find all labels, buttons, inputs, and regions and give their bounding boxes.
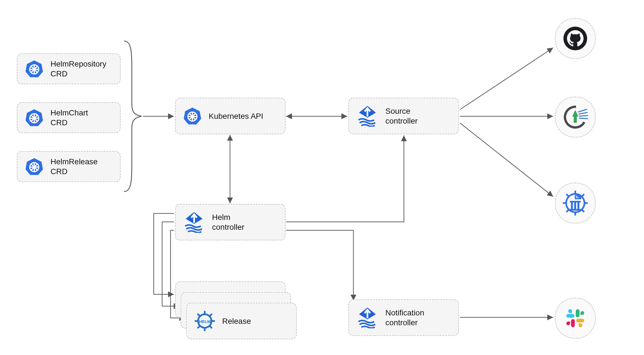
svg-line-36 xyxy=(210,326,211,328)
svg-point-41 xyxy=(564,27,587,51)
flux-icon xyxy=(183,211,205,233)
svg-rect-63 xyxy=(574,202,576,209)
edge-source-github xyxy=(460,48,553,110)
github-icon xyxy=(562,26,588,51)
svg-point-13 xyxy=(33,117,36,120)
crd-brace xyxy=(124,41,142,192)
kubernetes-icon xyxy=(25,60,43,78)
svg-rect-44 xyxy=(574,116,577,123)
kubernetes-icon xyxy=(183,107,201,125)
notification-controller-label: Notification controller xyxy=(385,308,424,327)
svg-rect-60 xyxy=(576,197,579,198)
crd-helm-release: HelmRelease CRD xyxy=(17,151,121,182)
external-harbor xyxy=(555,97,596,138)
svg-rect-64 xyxy=(578,202,579,209)
kubernetes-icon xyxy=(25,109,43,127)
crd-helm-repository-label: HelmRepository CRD xyxy=(50,59,106,79)
svg-point-20 xyxy=(33,166,36,169)
external-chartmuseum xyxy=(555,183,596,224)
svg-rect-59 xyxy=(576,196,578,197)
release-label: Release xyxy=(222,316,251,326)
external-github xyxy=(555,18,596,59)
edge-helm-to-notif xyxy=(286,230,353,301)
crd-helm-release-label: HelmRelease CRD xyxy=(50,157,98,176)
external-slack xyxy=(555,298,596,339)
edge-helm-to-source xyxy=(286,135,404,222)
slack-icon xyxy=(564,306,587,330)
svg-rect-58 xyxy=(575,195,581,199)
svg-line-35 xyxy=(198,314,200,316)
notification-controller-node: Notification controller xyxy=(348,299,459,336)
helm-controller-label: Helm controller xyxy=(212,212,244,232)
svg-rect-66 xyxy=(576,309,579,317)
svg-marker-43 xyxy=(572,110,578,117)
crd-helm-chart-label: HelmChart CRD xyxy=(50,108,88,128)
svg-rect-69 xyxy=(566,314,574,318)
svg-line-54 xyxy=(566,194,569,196)
svg-text:HELM: HELM xyxy=(199,319,211,324)
svg-line-56 xyxy=(582,194,584,196)
harbor-icon xyxy=(562,104,588,130)
svg-line-37 xyxy=(210,314,211,316)
kubernetes-icon xyxy=(25,158,43,176)
svg-point-27 xyxy=(191,115,194,118)
flux-icon xyxy=(357,307,378,328)
crd-helm-chart: HelmChart CRD xyxy=(17,102,121,133)
crd-helm-repository: HelmRepository CRD xyxy=(17,53,121,84)
svg-line-46 xyxy=(579,112,587,114)
edge-helm-release-1 xyxy=(154,213,174,294)
svg-rect-67 xyxy=(576,319,584,322)
diagram-canvas: HelmRepository CRD HelmChart CRD HelmRel… xyxy=(0,0,644,355)
svg-line-38 xyxy=(198,326,200,328)
k8s-api-label: Kubernetes API xyxy=(209,111,263,121)
release-node: HELM Release xyxy=(186,303,297,339)
svg-line-57 xyxy=(566,210,569,212)
svg-line-48 xyxy=(579,118,588,119)
flux-icon xyxy=(357,105,378,127)
helm-controller-node: Helm controller xyxy=(175,204,286,240)
svg-marker-61 xyxy=(570,201,581,202)
source-controller-label: Source controller xyxy=(385,106,418,126)
helm-icon: HELM xyxy=(195,311,215,331)
source-controller-node: Source controller xyxy=(348,98,459,134)
svg-line-55 xyxy=(582,210,584,212)
chartmuseum-icon xyxy=(562,190,589,217)
svg-rect-65 xyxy=(569,209,581,211)
svg-point-6 xyxy=(33,68,36,71)
svg-line-45 xyxy=(578,109,586,112)
k8s-api-node: Kubernetes API xyxy=(175,98,286,134)
svg-line-47 xyxy=(579,115,588,116)
svg-rect-68 xyxy=(571,319,575,327)
svg-rect-62 xyxy=(571,202,573,209)
edge-source-chartmuseum xyxy=(460,123,553,197)
